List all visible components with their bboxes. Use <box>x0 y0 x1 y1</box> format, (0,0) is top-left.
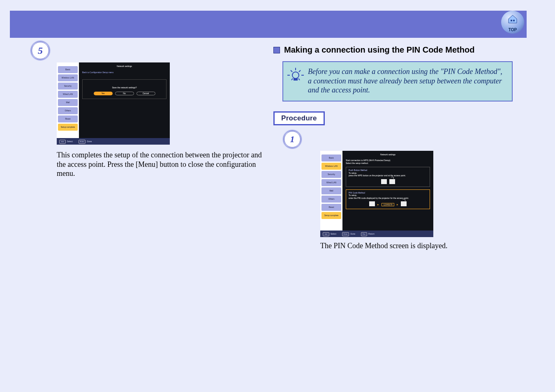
tab-security: Security <box>58 83 78 90</box>
screenshot-save-settings: Basic Wireless LAN Security Wired LAN Ma… <box>57 62 170 145</box>
procedure-label: Procedure <box>273 111 325 125</box>
screenshot-sidebar: Basic Wireless LAN Security Wired LAN Ma… <box>57 62 79 138</box>
push-button-box: Push Button Method To setup, press the W… <box>346 167 430 187</box>
footer-select: Select <box>67 140 73 143</box>
wps-main: Network settings Start connection to WPS… <box>342 151 433 231</box>
tab-basic: Basic <box>321 154 341 161</box>
tab-mail: Mail <box>58 99 78 106</box>
wps-title: Network settings <box>346 153 430 156</box>
footer-select: Select <box>331 233 336 235</box>
pin-sub2: enter the PIN code displayed by the proj… <box>349 197 427 200</box>
projector-icon <box>369 201 375 206</box>
svg-line-9 <box>298 78 300 80</box>
left-column: 5 Basic Wireless LAN Security Wired LAN … <box>31 41 269 178</box>
svg-point-2 <box>292 72 299 78</box>
screenshot-footer: ◄►Select EnterDone <box>57 138 170 145</box>
tab-setup-complete: Setup complete <box>321 212 341 219</box>
tab-wired: Wired LAN <box>58 91 78 98</box>
tab-others: Others <box>321 196 341 203</box>
top-badge-label: TOP <box>509 28 517 32</box>
tab-reset: Reset <box>321 204 341 211</box>
tab-wireless: Wireless LAN <box>58 74 78 81</box>
dialog-question: Save the network settings? <box>86 86 163 89</box>
svg-line-7 <box>299 70 301 72</box>
top-home-badge[interactable]: TOP <box>501 11 524 34</box>
screenshot-wps-setup: Basic Wireless LAN Security Wired LAN Ma… <box>320 151 433 237</box>
step5-description: This completes the setup of the connecti… <box>57 150 262 178</box>
back-link: Back to Configuration Setup menu <box>82 71 166 74</box>
tab-reset: Reset <box>58 115 78 122</box>
tab-wired: Wired LAN <box>321 179 341 186</box>
wps-sidebar: Basic Wireless LAN Security Wired LAN Ma… <box>320 151 342 231</box>
pin-code-value: 12345678 <box>382 203 394 207</box>
arrow-right-icon: ▸ <box>377 203 379 206</box>
access-point-icon <box>401 201 407 206</box>
svg-line-6 <box>291 70 292 72</box>
step1-description: The PIN Code Method screen is displayed. <box>320 241 520 251</box>
heading-text: Making a connection using the PIN Code M… <box>284 45 474 55</box>
tab-others: Others <box>58 107 78 114</box>
footer-done: Done <box>350 233 355 235</box>
header-banner <box>10 11 527 38</box>
lightbulb-icon <box>287 66 304 85</box>
step-badge-5: 5 <box>31 41 50 60</box>
access-point-icon <box>389 179 395 184</box>
screenshot-title: Network settings <box>82 65 166 68</box>
wps-footer: ◄►Select EnterDone EscReturn <box>320 231 433 237</box>
wps-intro2: Select the setup method. <box>346 162 430 165</box>
tab-security: Security <box>321 171 341 178</box>
tip-callout: Before you can make a connection using t… <box>282 61 513 101</box>
section-heading: Making a connection using the PIN Code M… <box>273 45 520 55</box>
dialog-cancel-button: Cancel <box>136 92 155 95</box>
footer-return: Return <box>368 233 375 235</box>
tab-basic: Basic <box>58 66 78 73</box>
pb-sub2: press the WPS button on the projector an… <box>349 174 427 177</box>
tab-setup-complete: Setup complete <box>58 124 78 131</box>
screenshot-main: Network settings Back to Configuration S… <box>79 62 170 138</box>
dialog-no-button: No <box>115 92 134 95</box>
footer-done: Done <box>87 140 92 143</box>
save-dialog: Save the network settings? Yes No Cancel <box>82 79 166 99</box>
right-column: Making a connection using the PIN Code M… <box>273 45 520 250</box>
pin-code-box: PIN Code Method To setup, enter the PIN … <box>346 189 430 210</box>
step-number: 5 <box>38 45 43 56</box>
svg-line-8 <box>291 78 293 80</box>
svg-rect-1 <box>513 20 515 21</box>
arrow-right-icon: ▸ <box>397 203 398 206</box>
tip-text: Before you can make a connection using t… <box>308 67 502 94</box>
dialog-yes-button: Yes <box>94 92 113 95</box>
projector-icon <box>381 179 387 184</box>
tab-wireless: Wireless LAN <box>321 163 341 170</box>
home-icon <box>507 14 518 24</box>
tab-mail: Mail <box>321 187 341 194</box>
svg-rect-0 <box>511 20 512 21</box>
square-bullet-icon <box>273 47 280 53</box>
step-badge-1: 1 <box>283 130 301 148</box>
step-number: 1 <box>290 134 295 145</box>
